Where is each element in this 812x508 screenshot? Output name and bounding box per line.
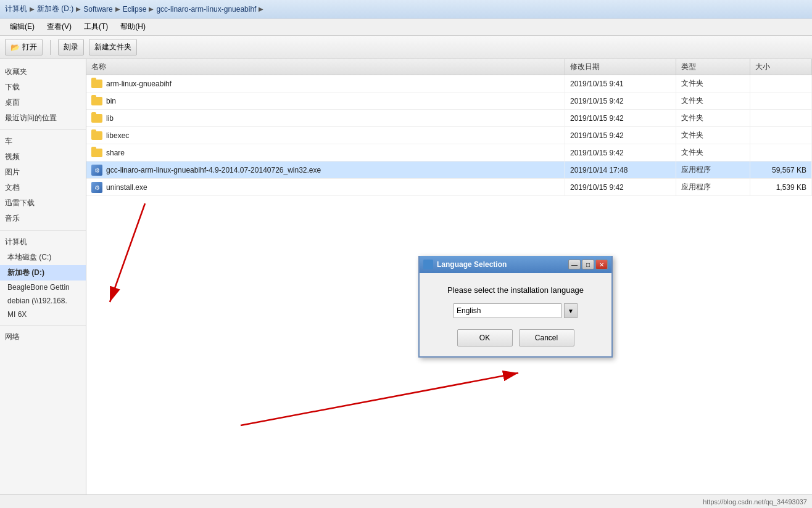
dialog-close-button[interactable]: ✕: [595, 260, 608, 269]
watermark: https://blog.csdn.net/qq_34493037: [703, 498, 807, 506]
file-cell-name: uninstall.exe: [86, 179, 565, 195]
sidebar-computer-label: 计算机: [0, 234, 86, 250]
dialog-title-area: Language Selection: [423, 260, 507, 269]
file-cell-type: 文件夹: [676, 110, 750, 126]
nav-arrow-2: ▶: [76, 6, 81, 12]
dialog-body: Please select the installation language …: [420, 273, 611, 356]
new-folder-label: 新建文件夹: [94, 42, 131, 52]
dialog-ok-button[interactable]: OK: [457, 329, 513, 346]
sidebar-item-recent[interactable]: 最近访问的位置: [0, 110, 86, 126]
sidebar-car-header: 车: [0, 134, 86, 149]
col-size[interactable]: 大小: [750, 59, 812, 75]
folder-icon: [91, 97, 102, 105]
nav-arrow-5: ▶: [259, 6, 263, 12]
sidebar-item-pictures[interactable]: 图片: [0, 165, 86, 180]
file-cell-type: 文件夹: [676, 127, 750, 144]
sidebar-item-d-drive[interactable]: 新加卷 (D:): [0, 265, 86, 281]
sidebar-sep-2: [0, 230, 86, 231]
file-cell-name: share: [86, 144, 565, 161]
burn-label: 刻录: [64, 42, 78, 52]
file-cell-size: [750, 110, 812, 126]
file-cell-size: [750, 75, 812, 92]
table-row[interactable]: libexec 2019/10/15 9:42 文件夹: [86, 127, 812, 144]
file-cell-size: [750, 127, 812, 144]
nav-software[interactable]: Software: [83, 5, 112, 14]
dialog-select-row: English ▼: [434, 303, 597, 318]
sidebar-sep-3: [0, 325, 86, 326]
nav-arrow-4: ▶: [149, 6, 154, 12]
menu-view[interactable]: 查看(V): [42, 20, 77, 33]
table-row[interactable]: lib 2019/10/15 9:42 文件夹: [86, 110, 812, 127]
column-headers: 名称 修改日期 类型 大小: [86, 59, 812, 75]
open-button[interactable]: 📂 打开: [5, 39, 43, 55]
file-cell-name: arm-linux-gnueabihf: [86, 75, 565, 92]
nav-drive[interactable]: 新加卷 (D:): [37, 4, 73, 14]
nav-computer[interactable]: 计算机: [5, 4, 27, 14]
file-cell-date: 2019/10/15 9:42: [565, 92, 676, 109]
exe-icon: [91, 182, 102, 193]
file-cell-name: bin: [86, 92, 565, 109]
file-cell-date: 2019/10/14 17:48: [565, 162, 676, 178]
sidebar-computer-section: 车 视频 图片 文档 迅雷下载 音乐: [0, 134, 86, 226]
sidebar-item-debian[interactable]: debian (\\192.168.: [0, 294, 86, 308]
title-bar: 计算机 ▶ 新加卷 (D:) ▶ Software ▶ Eclipse ▶ gc…: [0, 0, 812, 18]
file-cell-size: 59,567 KB: [750, 162, 812, 178]
toolbar-separator-1: [50, 40, 51, 55]
file-cell-size: [750, 144, 812, 161]
sidebar-sep-1: [0, 129, 86, 130]
sidebar-item-xunlei[interactable]: 迅雷下载: [0, 195, 86, 211]
sidebar-item-videos[interactable]: 视频: [0, 149, 86, 165]
sidebar-item-beaglebone[interactable]: BeagleBone Gettin: [0, 281, 86, 294]
status-bar: [0, 494, 812, 508]
file-cell-date: 2019/10/15 9:42: [565, 144, 676, 161]
language-select[interactable]: English: [454, 303, 561, 318]
menu-help[interactable]: 帮助(H): [115, 20, 151, 33]
sidebar-network-section: 网络: [0, 329, 86, 345]
sidebar-item-c-drive[interactable]: 本地磁盘 (C:): [0, 250, 86, 265]
sidebar: 收藏夹 下载 桌面 最近访问的位置 车 视频 图片 文档 迅雷下载 音乐 计算机…: [0, 59, 86, 494]
toolbar: 📂 打开 刻录 新建文件夹: [0, 36, 812, 59]
dialog-restore-button[interactable]: □: [582, 260, 594, 269]
language-dialog: Language Selection — □ ✕ Please select t…: [418, 256, 613, 358]
file-cell-date: 2019/10/15 9:42: [565, 179, 676, 195]
burn-button[interactable]: 刻录: [58, 39, 84, 55]
menu-tools[interactable]: 工具(T): [79, 20, 113, 33]
col-date[interactable]: 修改日期: [565, 59, 676, 75]
file-cell-size: 1,539 KB: [750, 179, 812, 195]
file-cell-name: libexec: [86, 127, 565, 144]
main-layout: 收藏夹 下载 桌面 最近访问的位置 车 视频 图片 文档 迅雷下载 音乐 计算机…: [0, 59, 812, 494]
sidebar-favorites-header: 收藏夹: [0, 64, 86, 80]
table-row[interactable]: bin 2019/10/15 9:42 文件夹: [86, 92, 812, 110]
dialog-minimize-button[interactable]: —: [568, 260, 581, 269]
table-row[interactable]: arm-linux-gnueabihf 2019/10/15 9:41 文件夹: [86, 75, 812, 92]
menu-edit[interactable]: 编辑(E): [5, 20, 39, 33]
sidebar-item-mi6x[interactable]: MI 6X: [0, 308, 86, 321]
table-row[interactable]: share 2019/10/15 9:42 文件夹: [86, 144, 812, 162]
sidebar-item-documents[interactable]: 文档: [0, 180, 86, 195]
table-row[interactable]: gcc-linaro-arm-linux-gnueabihf-4.9-2014.…: [86, 162, 812, 179]
file-cell-type: 应用程序: [676, 179, 750, 195]
folder-icon: [91, 131, 102, 140]
nav-eclipse[interactable]: Eclipse: [123, 5, 147, 14]
dialog-titlebar: Language Selection — □ ✕: [420, 256, 611, 273]
file-cell-type: 应用程序: [676, 162, 750, 178]
table-row[interactable]: uninstall.exe 2019/10/15 9:42 应用程序 1,539…: [86, 179, 812, 196]
nav-arrow-3: ▶: [115, 6, 120, 12]
new-folder-button[interactable]: 新建文件夹: [89, 39, 137, 55]
file-cell-type: 文件夹: [676, 144, 750, 161]
folder-icon: [91, 114, 102, 123]
file-cell-name: lib: [86, 110, 565, 126]
dialog-controls: — □ ✕: [568, 260, 608, 269]
nav-gcc[interactable]: gcc-linaro-arm-linux-gnueabihf: [156, 5, 256, 14]
folder-icon: [91, 80, 102, 88]
dialog-buttons: OK Cancel: [434, 329, 597, 346]
col-type[interactable]: 类型: [676, 59, 750, 75]
dialog-cancel-button[interactable]: Cancel: [519, 329, 574, 346]
col-name[interactable]: 名称: [86, 59, 565, 75]
sidebar-item-music[interactable]: 音乐: [0, 211, 86, 226]
language-dropdown-button[interactable]: ▼: [564, 303, 578, 318]
sidebar-item-downloads[interactable]: 下载: [0, 80, 86, 95]
sidebar-favorites-section: 收藏夹 下载 桌面 最近访问的位置: [0, 64, 86, 126]
sidebar-item-desktop[interactable]: 桌面: [0, 95, 86, 110]
open-label: 打开: [22, 42, 37, 52]
